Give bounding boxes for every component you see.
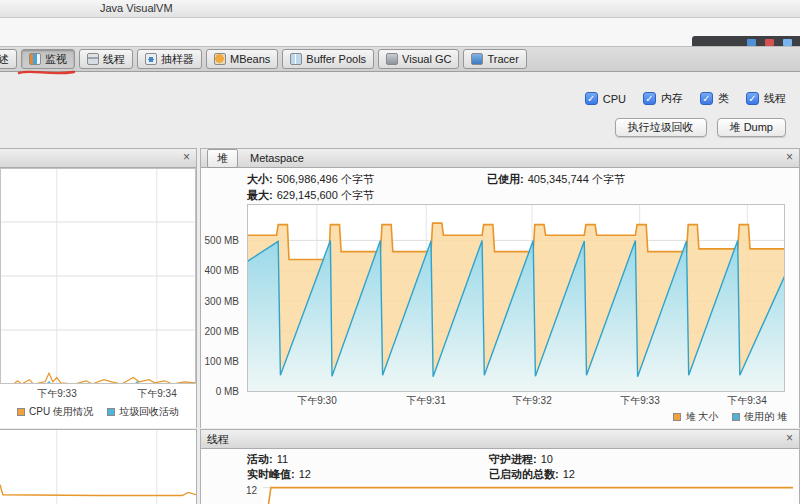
checkbox-threads[interactable]: ✓ 线程 (746, 91, 786, 106)
tab-overview-label: 述 (0, 52, 9, 67)
x-tick-label: 下午9:32 (512, 394, 551, 408)
cpu-chart-legend: CPU 使用情况 垃圾回收活动 (0, 405, 196, 419)
heap-used-value: 405,345,744 个字节 (528, 173, 625, 185)
threads-panel: 线程 × 活动:11 实时峰值:12 守护进程:10 已启动的总数:12 12 (200, 429, 800, 504)
cpu-usage-chart (0, 168, 196, 384)
x-tick-label: 下午9:31 (406, 394, 445, 408)
threads-panel-title: 线程 (207, 432, 229, 447)
tab-tracer-label: Tracer (487, 53, 518, 65)
threads-started-stat: 已启动的总数:12 (489, 467, 575, 482)
threads-peak-value: 12 (299, 468, 311, 480)
checkbox-check-icon: ✓ (746, 92, 759, 105)
y-tick-label: 100 MB (205, 356, 239, 367)
close-icon[interactable]: × (783, 149, 796, 166)
heap-panel-body: 大小:506,986,496 个字节 最大:629,145,600 个字节 已使… (201, 168, 799, 428)
threads-started-label: 已启动的总数: (489, 468, 559, 480)
legend-label: CPU 使用情况 (29, 405, 93, 419)
x-tick-label: 下午9:30 (297, 394, 336, 408)
view-tabbar: 述 监视 线程 抽样器 MBeans Buffer Pools Visual G… (0, 46, 800, 72)
heap-max-stat: 最大:629,145,600 个字节 (247, 188, 374, 203)
perform-gc-button[interactable]: 执行垃圾回收 (615, 118, 707, 137)
sampler-icon (145, 53, 157, 65)
heap-panel: 堆 Metaspace × 大小:506,986,496 个字节 最大:629,… (200, 148, 800, 428)
x-tick-label: 下午9:34 (137, 387, 176, 401)
heap-max-value: 629,145,600 个字节 (277, 189, 374, 201)
tab-buffer-pools-label: Buffer Pools (306, 53, 366, 65)
visual-gc-icon (386, 53, 398, 65)
tab-mbeans[interactable]: MBeans (206, 49, 278, 69)
gc-series-swatch (107, 408, 115, 416)
tab-tracer[interactable]: Tracer (463, 49, 526, 69)
window-title: Java VisualVM (100, 2, 173, 14)
tab-overview[interactable]: 述 (0, 49, 17, 69)
threads-active-label: 活动: (247, 453, 273, 465)
heap-chart-plot (247, 204, 785, 392)
heap-chart (247, 204, 785, 392)
tab-threads[interactable]: 线程 (79, 49, 133, 69)
x-tick-label: 下午9:33 (37, 387, 76, 401)
left-bottom-chart-sliver (0, 429, 197, 504)
visualvm-window: Java VisualVM 述 监视 线程 抽样器 MBeans Bu (0, 0, 800, 504)
buffer-pools-icon (290, 53, 302, 65)
tab-buffer-pools[interactable]: Buffer Pools (282, 49, 374, 69)
close-icon[interactable]: × (783, 430, 796, 447)
tab-heap[interactable]: 堆 (207, 149, 238, 168)
legend-item: 使用的 堆 (732, 410, 787, 424)
legend-item: 垃圾回收活动 (107, 405, 179, 419)
background-red-icon (765, 39, 774, 46)
checkbox-memory-label: 内存 (661, 91, 683, 106)
cpu-usage-panel: × 下午9:33 下午9:34 CPU 使用情况 垃圾回收活动 (0, 148, 197, 428)
tab-visual-gc-label: Visual GC (402, 53, 451, 65)
y-tick-label: 200 MB (205, 326, 239, 337)
tab-threads-label: 线程 (103, 52, 125, 67)
threads-daemon-stat: 守护进程:10 (489, 452, 553, 467)
heap-used-stat: 已使用:405,345,744 个字节 (487, 172, 625, 187)
monitor-icon (29, 53, 41, 65)
heap-y-axis: 500 MB 400 MB 300 MB 200 MB 100 MB 0 MB (201, 204, 243, 392)
tab-sampler[interactable]: 抽样器 (137, 49, 202, 69)
threads-panel-header: 线程 × (201, 430, 799, 449)
threads-started-value: 12 (563, 468, 575, 480)
background-blue2-icon (783, 39, 792, 46)
heap-used-label: 已使用: (487, 173, 524, 185)
threads-active-stat: 活动:11 (247, 452, 288, 467)
heap-panel-header: 堆 Metaspace × (201, 149, 799, 168)
threads-chart (263, 483, 793, 504)
metric-checkboxes: ✓ CPU ✓ 内存 ✓ 类 ✓ 线程 (585, 91, 786, 106)
y-tick-label: 0 MB (216, 386, 239, 397)
tab-visual-gc[interactable]: Visual GC (378, 49, 459, 69)
checkbox-check-icon: ✓ (643, 92, 656, 105)
threads-daemon-label: 守护进程: (489, 453, 537, 465)
checkbox-threads-label: 线程 (764, 91, 786, 106)
checkbox-memory[interactable]: ✓ 内存 (643, 91, 683, 106)
checkbox-cpu[interactable]: ✓ CPU (585, 92, 626, 105)
legend-label: 使用的 堆 (744, 410, 787, 424)
threads-active-value: 11 (277, 453, 288, 465)
threads-peak-stat: 实时峰值:12 (247, 467, 311, 482)
threads-peak-label: 实时峰值: (247, 468, 295, 480)
legend-item: CPU 使用情况 (17, 405, 93, 419)
tab-monitor-label: 监视 (45, 52, 67, 67)
checkbox-classes[interactable]: ✓ 类 (700, 91, 729, 106)
x-tick-label: 下午9:33 (620, 394, 659, 408)
cpu-panel-header: × (0, 149, 196, 168)
checkbox-check-icon: ✓ (585, 92, 598, 105)
background-blue-icon (747, 39, 756, 46)
tab-sampler-label: 抽样器 (161, 52, 194, 67)
tracer-icon (471, 53, 483, 65)
heap-dump-button[interactable]: 堆 Dump (717, 118, 786, 137)
heap-max-label: 最大: (247, 189, 273, 201)
heap-size-stat: 大小:506,986,496 个字节 (247, 172, 374, 187)
threads-icon (87, 53, 99, 65)
y-tick-label: 500 MB (205, 235, 239, 246)
checkbox-classes-label: 类 (718, 91, 729, 106)
close-icon[interactable]: × (180, 149, 193, 166)
heap-chart-legend: 堆 大小 使用的 堆 (673, 410, 787, 424)
threads-panel-body: 活动:11 实时峰值:12 守护进程:10 已启动的总数:12 12 (201, 449, 799, 504)
tab-metaspace[interactable]: Metaspace (240, 150, 314, 166)
y-tick-label: 300 MB (205, 296, 239, 307)
legend-label: 垃圾回收活动 (119, 405, 179, 419)
used-heap-swatch (732, 413, 740, 421)
tab-monitor[interactable]: 监视 (21, 49, 75, 69)
x-tick-label: 下午9:34 (727, 394, 766, 408)
